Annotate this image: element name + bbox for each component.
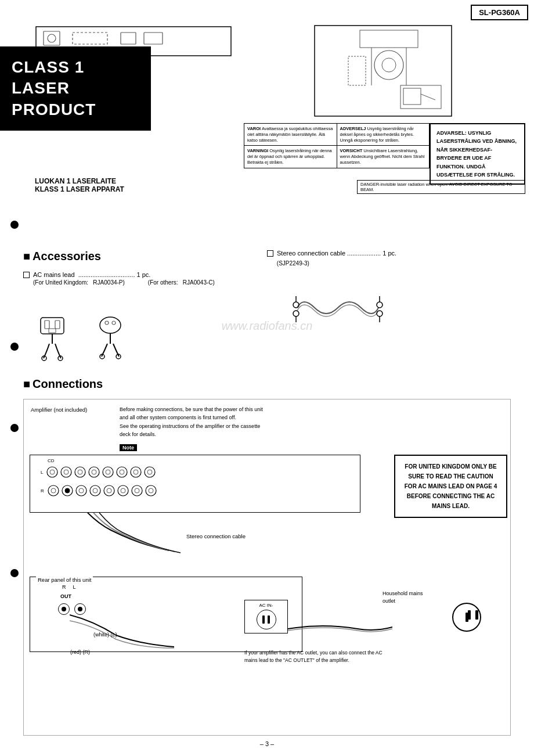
red-label: (red) (R) <box>70 649 90 655</box>
svg-point-27 <box>112 321 116 325</box>
luokan-text: LUOKAN 1 LASERLAITE KLASS 1 LASER APPARA… <box>35 177 124 193</box>
svg-rect-5 <box>144 33 163 44</box>
svg-point-59 <box>76 485 86 496</box>
model-number: SL-PG360A <box>471 5 528 20</box>
accessories-section: ■ Accessories AC mains lead ............… <box>23 250 511 361</box>
ac-in-box: AC IN- <box>244 600 288 633</box>
svg-point-11 <box>382 58 396 72</box>
svg-point-68 <box>135 488 139 493</box>
rear-panel-label: Rear panel of this unit <box>36 577 93 583</box>
svg-point-61 <box>90 485 100 496</box>
bottom-ac-text: If your amplifier has the AC outlet, you… <box>244 649 384 664</box>
svg-point-45 <box>89 467 99 477</box>
svg-point-66 <box>121 488 125 493</box>
svg-point-69 <box>146 485 156 496</box>
l-label: L <box>41 470 43 475</box>
svg-point-64 <box>107 488 111 493</box>
svg-point-70 <box>149 488 153 493</box>
connections-diagram: Amplifier (not included) Before making c… <box>23 399 511 736</box>
uk-warning-box: FOR UNITED KINGDOM ONLY BE SURE TO READ … <box>394 455 507 518</box>
svg-point-52 <box>134 470 138 474</box>
svg-point-32 <box>377 311 383 316</box>
svg-line-17 <box>421 94 435 100</box>
svg-point-41 <box>61 467 71 477</box>
acc-checkbox-2 <box>267 250 273 257</box>
svg-rect-12 <box>348 56 366 85</box>
svg-point-43 <box>75 467 85 477</box>
acc-sub-2: (SJP2249-3) <box>277 260 309 267</box>
svg-point-54 <box>147 470 152 474</box>
svg-point-46 <box>92 470 96 474</box>
acc-checkbox-1 <box>23 272 30 278</box>
note-label: Note <box>120 444 137 451</box>
svg-point-31 <box>377 302 383 308</box>
svg-rect-18 <box>41 318 64 334</box>
danish-warning-box: ADVARSEL: USYNLIG LASERSTRÅLING VED ÅBNI… <box>430 123 525 185</box>
svg-point-25 <box>100 317 121 333</box>
svg-point-10 <box>374 51 403 80</box>
stereo-cable-drawing <box>291 285 384 331</box>
warning-cell-1: VAROI Avattaessa ja suojalukitus ohittae… <box>244 124 337 145</box>
svg-point-53 <box>145 467 155 477</box>
svg-point-39 <box>47 467 57 477</box>
laser-mechanism-drawing <box>313 24 453 117</box>
svg-rect-1 <box>44 31 60 45</box>
svg-point-58 <box>65 488 70 493</box>
household-label: Household mains outlet <box>383 590 435 604</box>
acc-label-1: AC mains lead ..........................… <box>33 271 150 278</box>
svg-point-55 <box>48 485 59 496</box>
svg-rect-20 <box>55 321 60 329</box>
svg-point-60 <box>79 488 84 493</box>
connections-heading: ■ Connections <box>23 377 511 391</box>
acc-sub-1: (For United Kingdom: RJA0034-P) (For oth… <box>33 279 511 286</box>
household-outlet-slots <box>468 610 478 620</box>
svg-point-62 <box>93 488 98 493</box>
svg-point-44 <box>78 470 82 474</box>
svg-point-50 <box>120 470 124 474</box>
svg-rect-19 <box>45 321 49 329</box>
svg-point-2 <box>48 34 56 42</box>
cable-drawings-left <box>29 315 511 361</box>
laser-product-text: CLASS 1 LASER PRODUCT <box>12 57 139 120</box>
svg-point-26 <box>105 321 109 325</box>
stereo-cable-svg <box>291 285 384 331</box>
acc-item-stereo: Stereo connection cable ................… <box>267 250 396 257</box>
amp-row-1: L <box>41 466 232 478</box>
svg-rect-4 <box>121 33 136 44</box>
bullet-2 <box>10 221 19 229</box>
danger-text: DANGER-invisible laser radiation when op… <box>357 180 525 194</box>
amplifier-label: Amplifier (not included) <box>31 406 87 413</box>
warning-cell-4: VORSICHT Unsichtbare Laserstrahlung, wen… <box>337 146 430 167</box>
svg-point-40 <box>50 470 55 474</box>
svg-rect-9 <box>360 30 418 48</box>
svg-point-56 <box>51 488 56 493</box>
svg-rect-8 <box>315 26 452 116</box>
unit-wires <box>70 609 186 651</box>
ac-in-label: AC IN- <box>259 603 273 608</box>
svg-rect-16 <box>403 88 421 105</box>
warning-cell-3: VARNINGI Osynlig laserstrålning när denn… <box>244 146 337 167</box>
ac-outlet-symbol <box>257 610 276 629</box>
svg-point-42 <box>64 470 68 474</box>
acc-label-2: Stereo connection cable ................… <box>277 250 396 257</box>
svg-rect-3 <box>73 33 107 44</box>
amp-row-2: R <box>41 484 233 497</box>
warning-multilingual-box: VAROI Avattaessa ja suojalukitus ohittae… <box>244 123 430 168</box>
svg-point-36 <box>293 311 299 316</box>
svg-point-65 <box>118 485 128 496</box>
acc-item-ac-mains: AC mains lead ..........................… <box>23 271 511 278</box>
bullet-4 <box>10 424 19 432</box>
cd-label: CD <box>48 458 55 463</box>
mains-wire <box>288 620 392 638</box>
svg-rect-21 <box>49 329 56 333</box>
bullet-3 <box>10 343 19 351</box>
bullet-5 <box>10 569 19 577</box>
uk-cable-svg <box>29 315 75 361</box>
stereo-cable-label: Stereo connection cable <box>186 533 246 539</box>
svg-point-67 <box>132 485 142 496</box>
warning-cell-2: ADVERSELJ Usynlig laserstråling når deks… <box>337 124 430 145</box>
rl-labels: RL <box>62 584 76 590</box>
white-label: (white) (L) <box>93 632 117 638</box>
amplifier-box: CD L R <box>30 455 360 513</box>
svg-point-47 <box>103 467 113 477</box>
